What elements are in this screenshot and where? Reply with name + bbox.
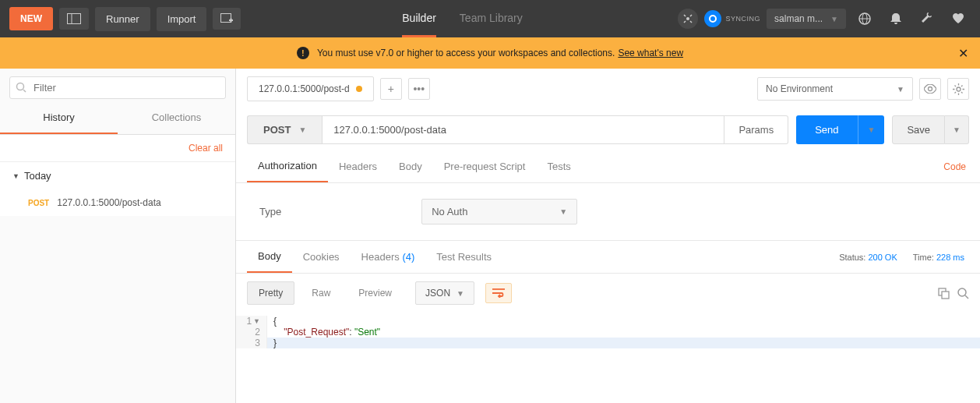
- add-tab-button[interactable]: +: [380, 78, 402, 100]
- view-preview-button[interactable]: Preview: [347, 282, 403, 304]
- code-text[interactable]: }: [267, 338, 980, 348]
- fold-icon[interactable]: ▼: [253, 317, 260, 325]
- tab-options-button[interactable]: •••: [408, 78, 430, 100]
- req-tab-tests[interactable]: Tests: [536, 151, 581, 182]
- chevron-down-icon: ▼: [897, 85, 904, 94]
- content-area: 127.0.0.1:5000/post-d + ••• No Environme…: [236, 69, 980, 403]
- svg-point-5: [686, 17, 689, 20]
- notifications-button[interactable]: [883, 6, 908, 31]
- wrap-lines-button[interactable]: [485, 283, 512, 303]
- globe-icon: [858, 12, 871, 25]
- banner-text: You must use v7.0 or higher to access yo…: [317, 48, 615, 58]
- search-icon: [16, 82, 26, 93]
- response-meta: Status: 200 OK Time: 228 ms: [839, 253, 969, 262]
- response-tabs: Body Cookies Headers (4) Test Results St…: [236, 241, 980, 274]
- save-dropdown[interactable]: ▼: [945, 115, 969, 144]
- user-label: salman m...: [774, 13, 823, 24]
- copy-button[interactable]: [938, 288, 950, 299]
- warning-banner: ! You must use v7.0 or higher to access …: [0, 37, 980, 69]
- eye-icon: [924, 84, 936, 94]
- auth-type-value: No Auth: [432, 206, 467, 217]
- runner-button[interactable]: Runner: [95, 7, 150, 31]
- app-header: NEW Runner Import Builder Team Library S…: [0, 0, 980, 37]
- banner-link[interactable]: See what's new: [618, 48, 683, 58]
- browse-button[interactable]: [852, 6, 877, 31]
- url-input[interactable]: [322, 115, 724, 144]
- new-window-button[interactable]: [213, 8, 241, 30]
- sync-indicator: SYNCING: [704, 10, 761, 27]
- history-group-header[interactable]: ▼ Today: [0, 162, 235, 189]
- environment-quicklook-button[interactable]: [919, 78, 941, 100]
- settings-gear-button[interactable]: [947, 78, 969, 100]
- req-tab-prerequest[interactable]: Pre-request Script: [433, 151, 537, 182]
- svg-point-12: [957, 87, 961, 91]
- request-bar: POST ▼ Params Send ▼ Save ▼: [236, 109, 980, 150]
- auth-type-select[interactable]: No Auth ▼: [421, 199, 577, 224]
- line-gutter[interactable]: 2: [236, 327, 267, 338]
- request-tab[interactable]: 127.0.0.1:5000/post-d: [247, 76, 374, 101]
- chevron-down-icon: ▼: [953, 125, 961, 134]
- history-item[interactable]: POST 127.0.0.1:5000/post-data: [0, 189, 235, 216]
- tab-row: 127.0.0.1:5000/post-d + ••• No Environme…: [236, 69, 980, 109]
- sidebar-tab-collections[interactable]: Collections: [118, 102, 235, 134]
- dots-icon: •••: [413, 83, 425, 95]
- code-text[interactable]: "Post_Request": "Sent": [267, 327, 980, 338]
- code-link[interactable]: Code: [940, 152, 969, 182]
- line-gutter[interactable]: 3: [236, 338, 267, 348]
- heart-icon: [952, 13, 964, 24]
- sidebar: History Collections Clear all ▼ Today PO…: [0, 69, 236, 403]
- response-body: 1▼ { 2 "Post_Request": "Sent" 3 }: [236, 313, 980, 352]
- main-area: History Collections Clear all ▼ Today PO…: [0, 69, 980, 403]
- new-tab-icon: [220, 13, 233, 24]
- svg-point-16: [958, 288, 966, 296]
- resp-tab-testresults[interactable]: Test Results: [425, 242, 502, 272]
- req-tab-body[interactable]: Body: [388, 151, 433, 182]
- search-response-button[interactable]: [957, 288, 969, 299]
- send-button[interactable]: Send: [796, 115, 857, 144]
- view-raw-button[interactable]: Raw: [301, 282, 341, 304]
- resp-tab-body[interactable]: Body: [247, 241, 292, 273]
- user-menu[interactable]: salman m... ▼: [767, 9, 846, 29]
- chevron-down-icon: ▼: [830, 15, 838, 23]
- resp-tab-cookies[interactable]: Cookies: [292, 242, 351, 272]
- status-label: Status:: [839, 253, 865, 262]
- sidebar-tab-history[interactable]: History: [0, 102, 118, 134]
- method-label: POST: [263, 124, 291, 136]
- banner-close-button[interactable]: ✕: [958, 46, 968, 61]
- filter-input[interactable]: [9, 76, 226, 99]
- code-text[interactable]: {: [267, 316, 980, 327]
- view-pretty-button[interactable]: Pretty: [247, 281, 294, 305]
- tab-builder[interactable]: Builder: [402, 1, 436, 37]
- favorite-button[interactable]: [946, 6, 971, 31]
- send-dropdown[interactable]: ▼: [858, 115, 885, 144]
- environment-select[interactable]: No Environment ▼: [757, 77, 913, 101]
- line-gutter[interactable]: 1▼: [236, 316, 267, 327]
- format-select[interactable]: JSON ▼: [415, 281, 474, 305]
- code-line: 1▼ {: [236, 316, 980, 327]
- clear-all-link[interactable]: Clear all: [0, 135, 235, 162]
- panels-icon: [67, 13, 81, 24]
- req-tab-headers[interactable]: Headers: [328, 151, 388, 182]
- time-label: Time:: [913, 253, 934, 262]
- import-button[interactable]: Import: [157, 7, 207, 31]
- req-tab-authorization[interactable]: Authorization: [247, 150, 328, 182]
- chevron-down-icon: ▼: [298, 125, 306, 134]
- format-label: JSON: [425, 288, 450, 299]
- method-select[interactable]: POST ▼: [247, 115, 322, 144]
- params-button[interactable]: Params: [724, 115, 788, 144]
- settings-button[interactable]: [915, 6, 939, 31]
- layout-toggle-button[interactable]: [59, 8, 89, 30]
- header-center-tabs: Builder Team Library: [247, 1, 677, 37]
- method-badge: POST: [28, 199, 49, 207]
- resp-tab-headers[interactable]: Headers (4): [351, 242, 426, 272]
- save-button[interactable]: Save: [892, 115, 945, 144]
- wrap-icon: [492, 288, 505, 298]
- tab-team-library[interactable]: Team Library: [460, 1, 523, 37]
- chevron-down-icon: ▼: [559, 207, 567, 216]
- capture-button[interactable]: [678, 9, 698, 29]
- caret-down-icon: ▼: [12, 172, 19, 180]
- new-button[interactable]: NEW: [9, 7, 53, 30]
- chevron-down-icon: ▼: [457, 289, 464, 298]
- auth-section: Type No Auth ▼: [236, 183, 980, 241]
- close-icon: ✕: [958, 47, 968, 60]
